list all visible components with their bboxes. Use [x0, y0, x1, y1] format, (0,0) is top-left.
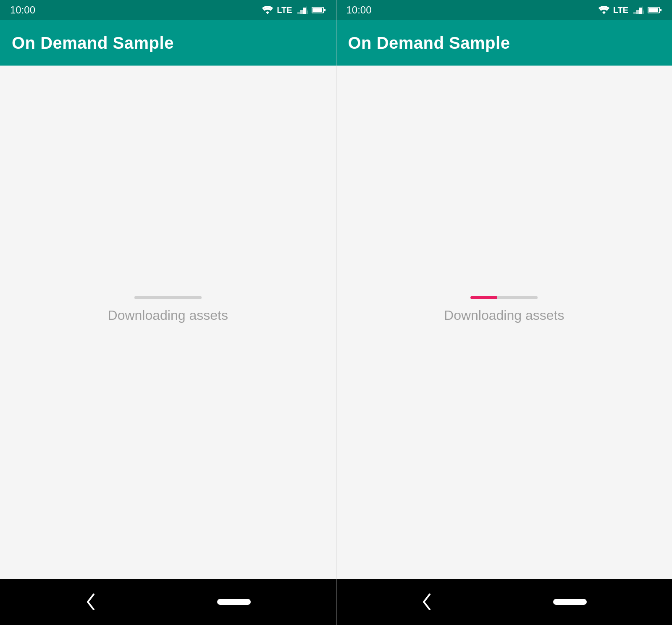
- status-time-left: 10:00: [10, 4, 35, 16]
- status-bar-right: 10:00 LTE: [336, 0, 672, 20]
- status-icons-right: LTE: [598, 5, 662, 15]
- phone-left: 10:00 LTE: [0, 0, 336, 625]
- svg-rect-5: [312, 8, 322, 12]
- lte-text-left: LTE: [277, 5, 292, 15]
- home-button-right[interactable]: [553, 599, 587, 605]
- svg-rect-12: [648, 8, 658, 12]
- svg-marker-2: [303, 8, 306, 14]
- phone-right: 10:00 LTE: [336, 0, 672, 625]
- app-bar-title-left: On Demand Sample: [12, 34, 174, 53]
- svg-marker-3: [306, 6, 308, 14]
- loading-container-right: Downloading assets: [444, 296, 564, 323]
- nav-bar-right: [336, 579, 672, 625]
- downloading-text-left: Downloading assets: [108, 308, 228, 323]
- wifi-icon-left: [262, 6, 273, 14]
- progress-track-left: [134, 296, 202, 299]
- svg-rect-6: [324, 9, 326, 11]
- nav-bar-left: [0, 579, 336, 625]
- app-bar-right: On Demand Sample: [336, 20, 672, 66]
- signal-icon-right: [633, 6, 644, 14]
- svg-marker-1: [300, 10, 303, 14]
- status-icons-left: LTE: [262, 5, 326, 15]
- svg-marker-0: [297, 12, 300, 14]
- loading-container-left: Downloading assets: [108, 296, 228, 323]
- downloading-text-right: Downloading assets: [444, 308, 564, 323]
- progress-track-right: [470, 296, 538, 299]
- wifi-icon-right: [598, 6, 610, 14]
- content-area-right: Downloading assets: [336, 66, 672, 579]
- home-button-left[interactable]: [217, 599, 251, 605]
- battery-icon-left: [312, 6, 326, 14]
- phone-container: 10:00 LTE: [0, 0, 672, 625]
- lte-text-right: LTE: [613, 5, 628, 15]
- signal-icon-left: [297, 6, 308, 14]
- status-bar-left: 10:00 LTE: [0, 0, 336, 20]
- svg-marker-10: [642, 6, 644, 14]
- status-time-right: 10:00: [346, 4, 372, 16]
- svg-rect-13: [660, 9, 662, 11]
- app-bar-left: On Demand Sample: [0, 20, 336, 66]
- svg-marker-7: [633, 12, 636, 14]
- back-button-right[interactable]: [421, 593, 433, 611]
- back-button-left[interactable]: [85, 593, 97, 611]
- progress-fill-right: [470, 296, 497, 299]
- svg-marker-8: [636, 10, 639, 14]
- app-bar-title-right: On Demand Sample: [348, 34, 510, 53]
- svg-marker-9: [639, 8, 642, 14]
- battery-icon-right: [648, 6, 662, 14]
- content-area-left: Downloading assets: [0, 66, 336, 579]
